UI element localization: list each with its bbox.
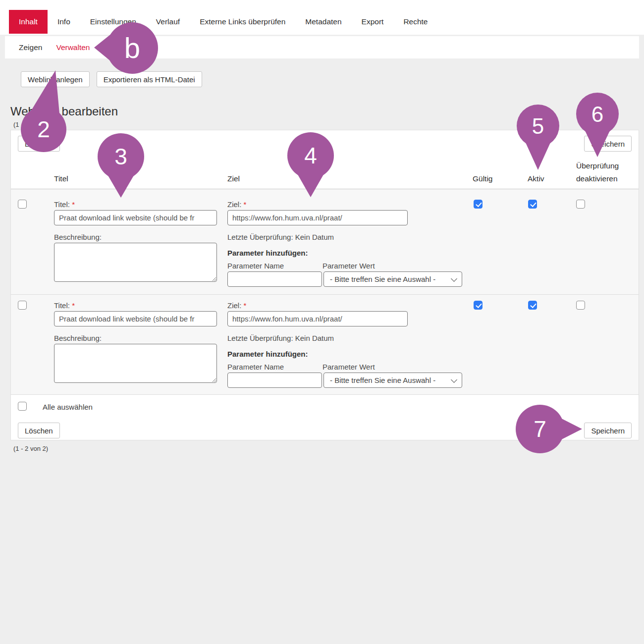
tab-inhalt[interactable]: Inhalt	[9, 10, 48, 34]
subtab-zeigen[interactable]: Zeigen	[12, 36, 49, 58]
parameter-wert-select-wrap: - Bitte treffen Sie eine Auswahl -	[323, 271, 462, 287]
page-title: Weblinks bearbeiten	[10, 105, 118, 118]
beschreibung-textarea[interactable]	[54, 243, 217, 282]
letzte-ueberpruefung-text: Letzte Überprüfung: Kein Datum	[227, 334, 334, 342]
parameter-name-label: Parameter Name	[227, 262, 284, 270]
weblinks-table: Löschen Speichern Titel Ziel Gültig Akti…	[10, 130, 639, 440]
titel-label: Titel: *	[54, 200, 75, 209]
parameter-name-label: Parameter Name	[227, 363, 284, 371]
parameter-heading: Parameter hinzufügen:	[227, 249, 308, 257]
gueltig-checkbox[interactable]	[474, 301, 483, 310]
tab-export[interactable]: Export	[352, 10, 394, 34]
tab-metadaten[interactable]: Metadaten	[295, 10, 351, 34]
tab-verlauf[interactable]: Verlauf	[146, 10, 190, 34]
parameter-heading: Parameter hinzufügen:	[227, 350, 308, 358]
create-weblink-button[interactable]: Weblink anlegen	[21, 71, 90, 87]
column-header-titel: Titel	[54, 174, 68, 183]
page: { "colors":{"accent_red":"#d9143a","mark…	[0, 0, 644, 644]
row-select-checkbox[interactable]	[18, 200, 27, 209]
tab-info[interactable]: Info	[48, 10, 80, 34]
ziel-input[interactable]	[227, 311, 408, 326]
delete-button-top[interactable]: Löschen	[18, 136, 60, 152]
beschreibung-label: Beschreibung:	[54, 233, 102, 241]
parameter-wert-select-wrap: - Bitte treffen Sie eine Auswahl -	[323, 373, 462, 388]
parameter-wert-select[interactable]: - Bitte treffen Sie eine Auswahl -	[323, 373, 462, 388]
column-header-gueltig: Gültig	[473, 174, 493, 183]
tab-externe-links-ueberpruefen[interactable]: Externe Links überprüfen	[190, 10, 295, 34]
subtab-verwalten[interactable]: Verwalten	[49, 36, 97, 58]
tab-einstellungen[interactable]: Einstellungen	[80, 10, 146, 34]
column-header-ziel: Ziel	[227, 174, 240, 183]
sub-tab-bar: Zeigen Verwalten	[5, 36, 639, 58]
parameter-wert-label: Parameter Wert	[322, 262, 375, 270]
parameter-wert-select[interactable]: - Bitte treffen Sie eine Auswahl -	[323, 271, 462, 287]
titel-label: Titel: *	[54, 301, 75, 310]
parameter-name-input[interactable]	[227, 373, 322, 388]
toolbar: Weblink anlegen Exportieren als HTML-Dat…	[21, 71, 202, 87]
export-html-button[interactable]: Exportieren als HTML-Datei	[97, 71, 202, 87]
aktiv-checkbox[interactable]	[528, 200, 537, 209]
weblink-row-2: Titel: * Ziel: * Beschreibung: Letzte Üb…	[11, 294, 639, 395]
titel-input[interactable]	[54, 311, 217, 326]
letzte-ueberpruefung-text: Letzte Überprüfung: Kein Datum	[227, 233, 334, 241]
row-select-checkbox[interactable]	[18, 301, 27, 310]
ziel-label: Ziel: *	[227, 200, 246, 209]
result-range-top: (1 - 2 von 2)	[13, 121, 48, 128]
column-header-aktiv: Aktiv	[528, 174, 544, 183]
ueberpruefung-deaktivieren-checkbox[interactable]	[576, 200, 585, 209]
ziel-label: Ziel: *	[227, 301, 246, 310]
parameter-wert-label: Parameter Wert	[322, 363, 375, 371]
result-range-bottom: (1 - 2 von 2)	[13, 445, 48, 452]
delete-button-bottom[interactable]: Löschen	[18, 423, 60, 438]
parameter-name-input[interactable]	[227, 271, 322, 287]
main-tab-bar: Inhalt Info Einstellungen Verlauf Extern…	[0, 0, 644, 35]
ziel-input[interactable]	[227, 210, 408, 225]
save-button-bottom[interactable]: Speichern	[584, 423, 632, 438]
weblink-row-1: Titel: * Ziel: * Beschreibung: Letzte Üb…	[11, 193, 639, 294]
aktiv-checkbox[interactable]	[528, 301, 537, 310]
ueberpruefung-deaktivieren-checkbox[interactable]	[576, 301, 585, 310]
save-button-top[interactable]: Speichern	[584, 136, 632, 152]
svg-text:6: 6	[591, 102, 603, 126]
beschreibung-label: Beschreibung:	[54, 334, 102, 342]
column-header-ueberpruefung-line2: deaktivieren	[576, 174, 618, 183]
titel-input[interactable]	[54, 210, 217, 225]
gueltig-checkbox[interactable]	[474, 200, 483, 209]
select-all-checkbox[interactable]	[18, 402, 27, 411]
select-all-label: Alle auswählen	[43, 403, 93, 411]
column-header-ueberpruefung-line1: Überprüfung	[576, 161, 619, 170]
beschreibung-textarea[interactable]	[54, 344, 217, 383]
tab-rechte[interactable]: Rechte	[393, 10, 437, 34]
